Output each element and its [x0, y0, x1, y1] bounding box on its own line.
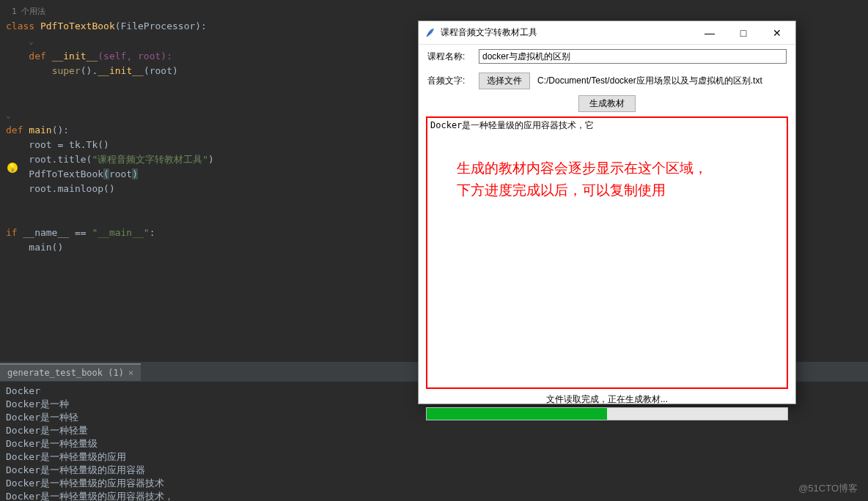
- console-line: Docker是一种轻量级的应用: [6, 450, 862, 464]
- output-text: Docker是一种轻量级的应用容器技术，它: [430, 120, 594, 130]
- status-text: 文件读取完成，正在生成教材...: [419, 389, 795, 407]
- titlebar[interactable]: 课程音频文字转教材工具 — □ ✕: [419, 21, 795, 45]
- console-line: Docker是一种轻量级的应用容器: [6, 464, 862, 477]
- watermark: @51CTO博客: [798, 482, 858, 495]
- progress-bar-fill: [427, 408, 607, 420]
- audio-label: 音频文字:: [427, 75, 471, 87]
- console-tab-generate[interactable]: generate_test_book (1) ×: [0, 363, 141, 381]
- tk-window: 课程音频文字转教材工具 — □ ✕ 课程名称: 音频文字: 选择文件 C:/Do…: [418, 21, 796, 404]
- choose-file-button[interactable]: 选择文件: [479, 73, 530, 89]
- annotation-overlay: 生成的教材内容会逐步显示在这个区域， 下方进度完成以后，可以复制使用: [457, 157, 707, 201]
- audio-row: 音频文字: 选择文件 C:/Document/Test/docker应用场景以及…: [419, 68, 795, 94]
- output-textarea[interactable]: Docker是一种轻量级的应用容器技术，它 生成的教材内容会逐步显示在这个区域，…: [426, 116, 788, 389]
- close-button[interactable]: ✕: [760, 21, 794, 45]
- course-row: 课程名称:: [419, 45, 795, 68]
- progress-bar-track: [426, 407, 788, 420]
- console-line: Docker是一种轻量级的应用容器技术，: [6, 490, 862, 501]
- window-title: 课程音频文字转教材工具: [441, 26, 537, 39]
- file-path-text: C:/Document/Test/docker应用场景以及与虚拟机的区别.txt: [537, 75, 762, 87]
- app-icon: [424, 27, 436, 39]
- minimize-button[interactable]: —: [693, 21, 727, 45]
- course-name-input[interactable]: [479, 49, 787, 64]
- course-label: 课程名称:: [427, 51, 471, 63]
- usage-hint: 1 个用法: [12, 4, 868, 19]
- close-icon[interactable]: ×: [128, 368, 133, 378]
- generate-button[interactable]: 生成教材: [578, 95, 636, 112]
- console-line: Docker是一种轻量级的应用容器技术: [6, 477, 862, 490]
- intention-bulb-icon[interactable]: 💡: [7, 163, 18, 173]
- console-line: Docker是一种轻量: [6, 424, 862, 437]
- console-line: Docker是一种轻量级: [6, 437, 862, 450]
- maximize-button[interactable]: □: [727, 21, 760, 45]
- console-tab-label: generate_test_book (1): [7, 368, 124, 378]
